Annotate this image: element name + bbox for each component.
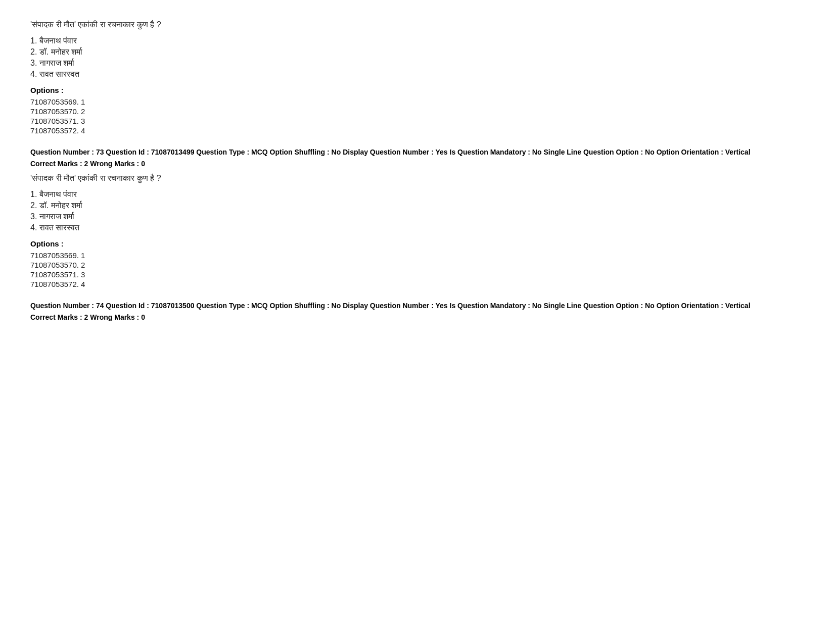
- question-73-correct-marks: Correct Marks : 2 Wrong Marks : 0: [30, 160, 804, 168]
- question-72-text: 'संपादक री मौत' एकांकी रा रचनाकार कुण है…: [30, 20, 804, 29]
- options-label-73: Options :: [30, 239, 804, 248]
- option-id-item: 71087053570. 2: [30, 261, 804, 269]
- option-item: 2. डॉ. मनोहर शर्मा: [30, 201, 804, 210]
- option-id-item: 71087053569. 1: [30, 251, 804, 260]
- option-id-item: 71087053572. 4: [30, 126, 804, 135]
- option-item: 1. बैजनाथ पंवार: [30, 190, 804, 199]
- option-id-item: 71087053571. 3: [30, 117, 804, 125]
- question-74-meta: Question Number : 74 Question Id : 71087…: [30, 301, 804, 311]
- option-item: 4. रावत सारस्वत: [30, 70, 804, 79]
- option-item: 1. बैजनाथ पंवार: [30, 36, 804, 45]
- question-73-text: 'संपादक री मौत' एकांकी रा रचनाकार कुण है…: [30, 174, 804, 183]
- question-73-meta: Question Number : 73 Question Id : 71087…: [30, 147, 804, 158]
- option-item: 4. रावत सारस्वत: [30, 223, 804, 232]
- option-ids-73: 71087053569. 1 71087053570. 2 7108705357…: [30, 251, 804, 288]
- option-item: 3. नागराज शर्मा: [30, 59, 804, 68]
- question-72-section: 'संपादक री मौत' एकांकी रा रचनाकार कुण है…: [30, 20, 804, 135]
- question-74-correct-marks: Correct Marks : 2 Wrong Marks : 0: [30, 313, 804, 321]
- option-id-item: 71087053571. 3: [30, 270, 804, 279]
- question-74-section: Question Number : 74 Question Id : 71087…: [30, 301, 804, 321]
- option-ids-72: 71087053569. 1 71087053570. 2 7108705357…: [30, 97, 804, 135]
- question-73-options: 1. बैजनाथ पंवार 2. डॉ. मनोहर शर्मा 3. ना…: [30, 190, 804, 232]
- option-id-item: 71087053570. 2: [30, 107, 804, 116]
- option-id-item: 71087053572. 4: [30, 280, 804, 288]
- option-id-item: 71087053569. 1: [30, 97, 804, 106]
- question-72-options: 1. बैजनाथ पंवार 2. डॉ. मनोहर शर्मा 3. ना…: [30, 36, 804, 79]
- option-item: 3. नागराज शर्मा: [30, 212, 804, 221]
- question-73-section: Question Number : 73 Question Id : 71087…: [30, 147, 804, 288]
- options-label-72: Options :: [30, 86, 804, 94]
- option-item: 2. डॉ. मनोहर शर्मा: [30, 47, 804, 57]
